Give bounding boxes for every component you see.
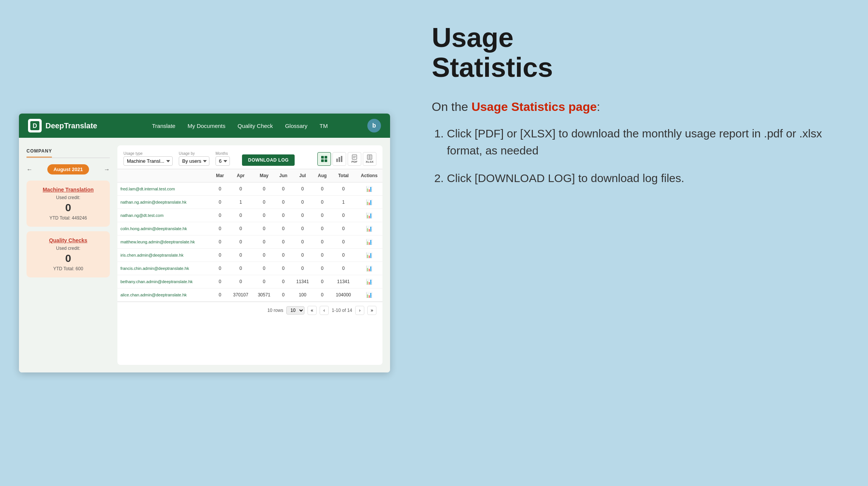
cell-total: 0 <box>331 235 356 249</box>
table-toolbar: Usage type Machine Transl... Usage by By… <box>117 145 382 169</box>
tab-company[interactable]: COMPANY <box>27 145 52 157</box>
months-filter: Months 6 <box>215 151 230 166</box>
cell-apr: 0 <box>228 235 253 249</box>
mt-used-label: Used credit: <box>33 195 104 200</box>
cell-mar: 0 <box>212 262 228 275</box>
mt-card-title[interactable]: Machine Translation <box>33 187 104 193</box>
row-chart-icon[interactable]: 📊 <box>366 212 372 218</box>
cell-aug: 0 <box>314 249 331 262</box>
nav-glossary[interactable]: Glossary <box>285 121 308 131</box>
prev-page-btn[interactable]: ‹ <box>320 306 329 315</box>
first-page-btn[interactable]: « <box>308 306 317 315</box>
cell-mar: 0 <box>212 275 228 288</box>
svg-rect-8 <box>341 156 342 162</box>
cell-total: 0 <box>331 209 356 222</box>
current-month[interactable]: August 2021 <box>47 164 89 174</box>
col-aug[interactable]: Aug <box>314 169 331 182</box>
col-jul[interactable]: Jul <box>292 169 314 182</box>
svg-rect-4 <box>321 159 324 162</box>
cell-may: 0 <box>253 235 275 249</box>
usage-type-filter: Usage type Machine Transl... <box>123 151 173 166</box>
nav-my-documents[interactable]: My Documents <box>187 121 225 131</box>
cell-mar: 0 <box>212 182 228 196</box>
cell-actions[interactable]: 📊 <box>356 288 382 302</box>
col-total[interactable]: Total <box>331 169 356 182</box>
main-content: 2 1 Usage type Machine Transl... <box>117 145 382 365</box>
left-panel: D DeepTranslate Translate My Documents Q… <box>0 0 409 486</box>
qc-card-title[interactable]: Quality Checks <box>33 237 104 243</box>
cell-actions[interactable]: 📊 <box>356 275 382 288</box>
cell-aug: 0 <box>314 196 331 209</box>
nav-tm[interactable]: TM <box>320 121 328 131</box>
cell-jul: 11341 <box>292 275 314 288</box>
row-chart-icon[interactable]: 📊 <box>366 226 372 232</box>
row-chart-icon[interactable]: 📊 <box>366 279 372 285</box>
cell-may: 0 <box>253 262 275 275</box>
table-row: iris.chen.admin@deeptranslate.hk 0 0 0 0… <box>117 249 382 262</box>
avatar[interactable]: b <box>367 119 381 132</box>
prev-month-arrow[interactable]: ← <box>27 166 33 173</box>
col-actions: Actions <box>356 169 382 182</box>
cell-may: 0 <box>253 249 275 262</box>
cell-actions[interactable]: 📊 <box>356 209 382 222</box>
nav-quality-check[interactable]: Quality Check <box>237 121 273 131</box>
cell-aug: 0 <box>314 235 331 249</box>
table-row: colin.hong.admin@deeptranslate.hk 0 0 0 … <box>117 222 382 235</box>
usage-type-select[interactable]: Machine Transl... <box>123 156 173 166</box>
sidebar: COMPANY ← August 2021 → Machine Translat… <box>27 145 110 365</box>
cell-actions[interactable]: 📊 <box>356 196 382 209</box>
next-page-btn[interactable]: › <box>355 306 364 315</box>
brand: D DeepTranslate <box>28 119 97 132</box>
sidebar-tabs: COMPANY <box>27 145 110 158</box>
col-apr[interactable]: Apr <box>228 169 253 182</box>
usage-by-select[interactable]: By users <box>179 156 209 166</box>
cell-apr: 0 <box>228 222 253 235</box>
qc-used-value: 0 <box>33 252 104 265</box>
cell-apr: 0 <box>228 182 253 196</box>
row-chart-icon[interactable]: 📊 <box>366 199 372 205</box>
instruction-1: Click [PDF] or [XLSX] to download the mo… <box>447 125 845 159</box>
cell-jun: 0 <box>275 262 292 275</box>
export-icons: PDF XLSX <box>317 152 376 166</box>
cell-email: nathan.ng.admin@deeptranslate.hk <box>117 196 212 209</box>
nav-translate[interactable]: Translate <box>152 121 175 131</box>
cell-actions[interactable]: 📊 <box>356 262 382 275</box>
cell-mar: 0 <box>212 288 228 302</box>
cell-email: iris.chen.admin@deeptranslate.hk <box>117 249 212 262</box>
cell-actions[interactable]: 📊 <box>356 249 382 262</box>
colon: : <box>597 100 600 114</box>
cell-actions[interactable]: 📊 <box>356 235 382 249</box>
last-page-btn[interactable]: » <box>367 306 376 315</box>
navbar-nav: Translate My Documents Quality Check Glo… <box>112 121 367 131</box>
cell-actions[interactable]: 📊 <box>356 182 382 196</box>
cell-jun: 0 <box>275 249 292 262</box>
cell-actions[interactable]: 📊 <box>356 222 382 235</box>
table-row: francis.chin.admin@deeptranslate.hk 0 0 … <box>117 262 382 275</box>
svg-rect-3 <box>325 156 327 159</box>
table-view-icon[interactable] <box>317 152 331 166</box>
cell-total: 0 <box>331 262 356 275</box>
col-mar[interactable]: Mar <box>212 169 228 182</box>
col-may[interactable]: May <box>253 169 275 182</box>
xlsx-export-icon[interactable]: XLSX <box>363 152 376 166</box>
cell-aug: 0 <box>314 209 331 222</box>
row-chart-icon[interactable]: 📊 <box>366 239 372 245</box>
cell-apr: 370107 <box>228 288 253 302</box>
download-log-button[interactable]: DOWNLOAD LOG <box>242 154 295 166</box>
cell-mar: 0 <box>212 196 228 209</box>
row-chart-icon[interactable]: 📊 <box>366 292 372 298</box>
cell-may: 30571 <box>253 288 275 302</box>
rows-per-page-select[interactable]: 10 25 50 <box>286 306 304 315</box>
row-chart-icon[interactable]: 📊 <box>366 186 372 192</box>
col-jun[interactable]: Jun <box>275 169 292 182</box>
months-select[interactable]: 6 <box>215 156 230 166</box>
months-label: Months <box>215 151 230 156</box>
cell-jul: 0 <box>292 262 314 275</box>
row-chart-icon[interactable]: 📊 <box>366 265 372 271</box>
next-month-arrow[interactable]: → <box>104 166 110 173</box>
pdf-export-icon[interactable]: PDF <box>348 152 361 166</box>
chart-view-icon[interactable] <box>333 152 346 166</box>
cell-aug: 0 <box>314 275 331 288</box>
row-chart-icon[interactable]: 📊 <box>366 252 372 258</box>
col-email <box>117 169 212 182</box>
